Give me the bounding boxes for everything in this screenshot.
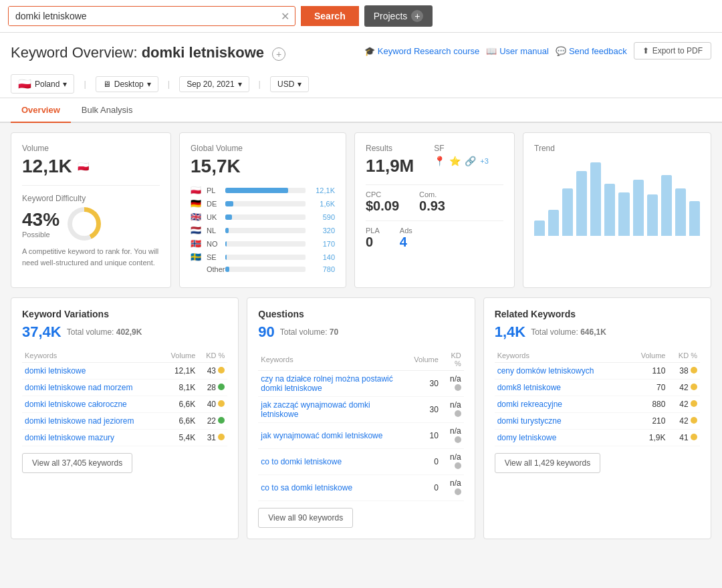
kd-dot xyxy=(691,384,697,390)
global-volume-card: Global Volume 15,7K 🇵🇱 PL 12,1K 🇩🇪 DE 1,… xyxy=(179,132,346,288)
flag-icon: 🇸🇪 xyxy=(191,252,203,262)
tab-bulk-analysis[interactable]: Bulk Analysis xyxy=(71,98,144,123)
sf-col: SF 📍 ⭐ 🔗 +3 xyxy=(434,144,489,176)
trend-card: Trend xyxy=(523,132,711,288)
ads-col: Ads 4 xyxy=(400,227,412,250)
search-clear-button[interactable]: ✕ xyxy=(275,7,295,25)
tab-overview[interactable]: Overview xyxy=(11,98,71,123)
kd-cell: 40 xyxy=(198,396,227,413)
kd-dot xyxy=(455,410,461,417)
country-filter[interactable]: 🇵🇱 Poland ▾ xyxy=(11,74,74,94)
keyword-link[interactable]: domki turystyczne xyxy=(497,416,562,426)
geo-count: 590 xyxy=(310,213,335,221)
keyword-link[interactable]: domki letniskowe xyxy=(25,366,86,376)
search-button[interactable]: Search xyxy=(301,6,359,26)
keyword-link[interactable]: domki letniskowe nad jeziorem xyxy=(25,416,134,426)
trend-bar xyxy=(562,188,573,236)
q-table: Keywords Volume KD % czy na działce roln… xyxy=(258,349,463,501)
kd-circle xyxy=(68,207,101,241)
volume-cell: 70 xyxy=(629,380,669,396)
geo-bar xyxy=(225,214,232,220)
volume-cell: 6,6K xyxy=(162,413,198,430)
sf-plus[interactable]: +3 xyxy=(480,157,489,165)
search-wrapper: ✕ xyxy=(8,6,295,26)
chevron-down-icon4: ▾ xyxy=(297,80,302,89)
geo-code: PL xyxy=(207,186,221,194)
device-filter[interactable]: 🖥 Desktop ▾ xyxy=(96,76,158,92)
trend-label: Trend xyxy=(534,144,700,153)
keyword-link[interactable]: domy letniskowe xyxy=(497,433,557,442)
keyword-link[interactable]: jak zacząć wynajmować domki letniskowe xyxy=(261,400,370,419)
flag-icon: 🇳🇴 xyxy=(191,239,203,249)
geo-row: 🇬🇧 UK 590 xyxy=(191,212,335,222)
trend-chart xyxy=(534,156,700,236)
kd-dot xyxy=(218,367,225,374)
trend-bar xyxy=(534,220,545,236)
kv-count: 37,4K xyxy=(22,323,62,341)
keyword-link[interactable]: domki letniskowe całoroczne xyxy=(25,400,127,409)
projects-button[interactable]: Projects + xyxy=(364,5,433,27)
keyword-link[interactable]: domki rekreacyjne xyxy=(497,400,562,409)
volume-card: Volume 12,1K 🇵🇱 Keyword Difficulty 43% P… xyxy=(11,132,171,288)
date-filter[interactable]: Sep 20, 2021 ▾ xyxy=(179,76,249,92)
table-row: jak wynajmować domki letniskowe 10 n/a xyxy=(258,423,463,449)
tabs-bar: Overview Bulk Analysis xyxy=(0,98,722,123)
keyword-link[interactable]: domki letniskowe nad morzem xyxy=(25,383,132,392)
desktop-icon: 🖥 xyxy=(103,80,111,89)
keyword-link[interactable]: domki letniskowe mazury xyxy=(25,433,114,442)
kd-cell: 42 xyxy=(668,396,700,413)
flag-icon: 🇩🇪 xyxy=(191,198,203,208)
keyword-link[interactable]: co to domki letniskowe xyxy=(261,457,342,466)
table-row: domk8 letniskowe 70 42 xyxy=(495,380,700,396)
geo-bar xyxy=(225,188,288,193)
star-icon: ⭐ xyxy=(449,156,461,166)
feedback-link[interactable]: 💬 Send feedback xyxy=(556,46,627,56)
keyword-link[interactable]: domk8 letniskowe xyxy=(497,383,561,392)
trend-bar xyxy=(675,188,686,236)
q-view-all-button[interactable]: View all 90 keywords xyxy=(258,508,353,528)
currency-filter[interactable]: USD ▾ xyxy=(270,76,309,92)
keyword-cell: domki letniskowe xyxy=(22,363,162,380)
kv-col-volume: Volume xyxy=(162,349,198,363)
keyword-link[interactable]: jak wynajmować domki letniskowe xyxy=(261,431,382,440)
cpc-value: $0.09 xyxy=(366,198,399,214)
kd-cell: 42 xyxy=(668,413,700,430)
chevron-down-icon2: ▾ xyxy=(147,80,151,89)
kd-cell: n/a xyxy=(441,397,464,423)
volume-label: Volume xyxy=(22,144,160,153)
volume-cell: 5,4K xyxy=(162,430,198,446)
manual-link[interactable]: 📖 User manual xyxy=(486,46,549,56)
kd-dot xyxy=(691,400,697,407)
table-row: co to sa domki letniskowe 0 n/a xyxy=(258,475,463,501)
trend-bar xyxy=(590,162,601,236)
table-row: domki rekreacyjne 880 42 xyxy=(495,396,700,413)
export-button[interactable]: ⬆ Export to PDF xyxy=(634,42,711,59)
volume-value: 12,1K 🇵🇱 xyxy=(22,156,160,177)
geo-bar-wrap xyxy=(225,267,306,272)
flag-icon: 🇬🇧 xyxy=(191,212,203,222)
questions-card: Questions 90 Total volume: 70 Keywords V… xyxy=(247,297,475,539)
kv-view-all-button[interactable]: View all 37,405 keywords xyxy=(22,453,132,473)
course-link[interactable]: 🎓 Keyword Research course xyxy=(364,46,479,56)
trend-bar xyxy=(647,194,658,236)
geo-bar xyxy=(225,267,229,272)
rk-col-volume: Volume xyxy=(629,349,669,363)
q-count: 90 xyxy=(258,323,274,341)
kd-section: Keyword Difficulty 43% Possible A compet… xyxy=(22,194,160,268)
keyword-link[interactable]: co to sa domki letniskowe xyxy=(261,483,352,492)
keyword-link[interactable]: ceny domków letniskowych xyxy=(497,366,594,376)
add-keyword-icon[interactable]: + xyxy=(272,47,285,61)
geo-rows: 🇵🇱 PL 12,1K 🇩🇪 DE 1,6K 🇬🇧 UK 590 🇳🇱 NL 3… xyxy=(191,185,335,273)
keyword-cell: domki letniskowe mazury xyxy=(22,430,162,446)
volume-cell: 12,1K xyxy=(162,363,198,380)
rk-view-all-button[interactable]: View all 1,429 keywords xyxy=(495,453,601,473)
geo-bar xyxy=(225,201,233,206)
keyword-link[interactable]: czy na działce rolnej można postawić dom… xyxy=(261,374,392,393)
kv-summary: 37,4K Total volume: 402,9K xyxy=(22,323,227,341)
cards-row: Volume 12,1K 🇵🇱 Keyword Difficulty 43% P… xyxy=(11,132,711,288)
rk-table: Keywords Volume KD % ceny domków letnisk… xyxy=(495,349,700,446)
search-input[interactable] xyxy=(9,7,275,25)
keyword-cell: co to domki letniskowe xyxy=(258,449,411,475)
global-volume-value: 15,7K xyxy=(191,156,335,177)
volume-cell: 6,6K xyxy=(162,396,198,413)
